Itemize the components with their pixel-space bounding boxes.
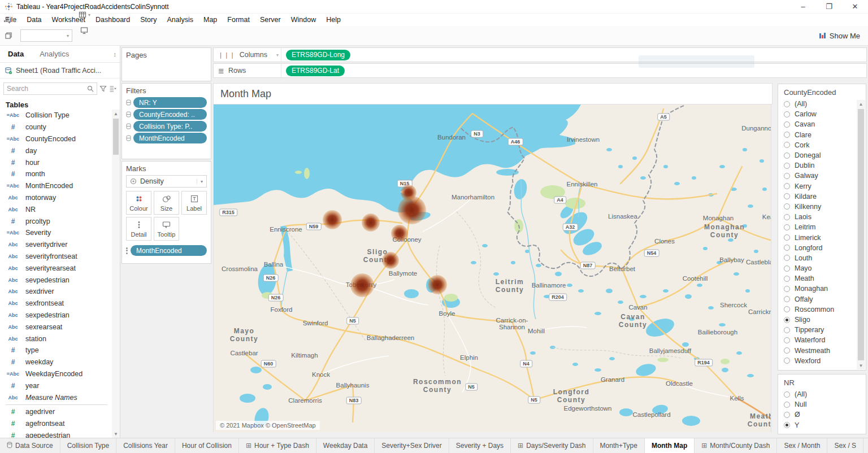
- new-worksheet-button[interactable]: ▾: [1, 12, 16, 28]
- radio-icon[interactable]: [784, 327, 790, 333]
- radio-icon[interactable]: [784, 153, 790, 159]
- minimize-button[interactable]: –: [790, 0, 816, 13]
- radio-icon[interactable]: [784, 183, 790, 189]
- menu-window[interactable]: Window: [286, 14, 321, 25]
- presentation-mode-button[interactable]: [76, 23, 92, 38]
- radio-option-kerry[interactable]: Kerry: [778, 181, 857, 191]
- radio-option-kildare[interactable]: Kildare: [778, 191, 857, 202]
- radio-option-dublin[interactable]: Dublin: [778, 160, 857, 171]
- data-source-connection[interactable]: Sheet1 (Road Traffic Acci...: [0, 63, 120, 79]
- radio-option-tipperary[interactable]: Tipperary: [778, 325, 857, 335]
- field-day[interactable]: #day: [0, 145, 112, 156]
- density-mark[interactable]: [391, 225, 408, 242]
- mark-type-dropdown[interactable]: Density ▾: [126, 175, 207, 188]
- field-sevpedestrian[interactable]: Abcsevpedestrian: [0, 274, 112, 286]
- field-countyencoded[interactable]: =AbcCountyEncoded: [0, 133, 112, 145]
- radio-icon[interactable]: [784, 255, 790, 261]
- field-severityfrontseat[interactable]: Abcseverityfrontseat: [0, 251, 112, 263]
- field-severityrearseat[interactable]: Abcseverityrearseat: [0, 262, 112, 274]
- field-month[interactable]: #month: [0, 168, 112, 180]
- filter-fields-icon[interactable]: [99, 85, 107, 92]
- sheet-tab-collision-type[interactable]: Collision Type: [60, 438, 116, 453]
- field-weekdayencoded[interactable]: =AbcWeekdayEncoded: [0, 368, 112, 380]
- radio-option-donegal[interactable]: Donegal: [778, 150, 857, 160]
- fit-dropdown[interactable]: ▾: [20, 29, 72, 42]
- marks-card[interactable]: Marks Density ▾ ColourSizeLabelDetailToo…: [121, 161, 211, 264]
- radio-option-sligo[interactable]: Sligo: [778, 315, 857, 325]
- radio-icon[interactable]: [784, 101, 790, 107]
- radio-option-meath[interactable]: Meath: [778, 273, 857, 284]
- radio-option-monaghan[interactable]: Monaghan: [778, 284, 857, 294]
- columns-shelf[interactable]: ❘❘❘ Columns ▾ ETRS89GD-Long: [213, 47, 867, 62]
- marks-pill-monthencoded[interactable]: MonthEncoded: [131, 245, 207, 256]
- scroll-down-icon[interactable]: ▼: [112, 430, 120, 438]
- map-view[interactable]: BundoranDungannonIrvinestownEnniskillenM…: [213, 104, 771, 432]
- density-mark[interactable]: [350, 273, 374, 297]
- radio-icon[interactable]: [784, 286, 790, 292]
- radio-option--[interactable]: Ø: [778, 410, 866, 420]
- search-input[interactable]: Search: [3, 82, 97, 95]
- sheet-tab-hour-of-collision[interactable]: Hour of Collision: [175, 438, 239, 453]
- tab-data[interactable]: Data: [0, 46, 32, 62]
- radio-icon[interactable]: [784, 402, 790, 408]
- density-mark[interactable]: [323, 210, 342, 229]
- radio-icon[interactable]: [784, 224, 790, 230]
- menu-help[interactable]: Help: [321, 14, 346, 25]
- pane-collapse-icon[interactable]: ↕: [114, 51, 117, 58]
- radio-option-null[interactable]: Null: [778, 399, 866, 410]
- duplicate-sheet-button[interactable]: [1, 28, 16, 43]
- filter-pill-countyencoded[interactable]: CountyEncoded: ..: [133, 109, 207, 120]
- tab-analytics[interactable]: Analytics: [32, 46, 77, 62]
- scroll-down-icon[interactable]: ▼: [857, 361, 865, 369]
- field-year[interactable]: #year: [0, 380, 112, 391]
- radio-icon[interactable]: [784, 306, 790, 312]
- radio-option-y[interactable]: Y: [778, 420, 866, 430]
- field-agepedestrian[interactable]: #agepedestrian: [0, 430, 112, 438]
- density-mark[interactable]: [362, 214, 380, 232]
- radio-icon[interactable]: [784, 163, 790, 169]
- density-mark[interactable]: [382, 252, 399, 269]
- rows-pill-lat[interactable]: ETRS89GD-Lat: [286, 66, 345, 76]
- menu-analysis[interactable]: Analysis: [162, 14, 198, 25]
- radio-option-wexford[interactable]: Wexford: [778, 356, 857, 364]
- field-collision-type[interactable]: =AbcCollision Type: [0, 110, 112, 121]
- filters-shelf[interactable]: Filters NR: YCountyEncoded: ..Collision …: [121, 83, 211, 159]
- radio-icon[interactable]: [784, 203, 790, 210]
- restore-button[interactable]: ❐: [816, 0, 842, 13]
- field-prcoltyp[interactable]: #prcoltyp: [0, 215, 112, 227]
- radio-option--all-[interactable]: (All): [778, 99, 857, 109]
- field-station[interactable]: Abcstation: [0, 333, 112, 345]
- show-mark-labels-button[interactable]: ▾: [76, 7, 92, 23]
- radio-icon[interactable]: [784, 412, 790, 418]
- sheet-tab-severity-sex-driver[interactable]: Severity+Sex Driver: [375, 438, 449, 453]
- radio-option-roscommon[interactable]: Roscommon: [778, 304, 857, 315]
- field-weekday[interactable]: #weekday: [0, 356, 112, 368]
- radio-icon[interactable]: [784, 347, 790, 354]
- columns-pill-long[interactable]: ETRS89GD-Long: [286, 50, 350, 60]
- field-severity[interactable]: =AbcSeverity: [0, 227, 112, 239]
- radio-option-waterford[interactable]: Waterford: [778, 335, 857, 345]
- menu-story[interactable]: Story: [135, 14, 162, 25]
- radio-icon[interactable]: [784, 422, 790, 428]
- field-motorway[interactable]: Abcmotorway: [0, 192, 112, 204]
- sheet-tab-data-source[interactable]: Data Source: [0, 438, 60, 453]
- view-options-icon[interactable]: [109, 85, 116, 92]
- marks-tooltip-button[interactable]: Tooltip: [154, 217, 179, 241]
- radio-option-mayo[interactable]: Mayo: [778, 263, 857, 273]
- field-county[interactable]: #county: [0, 121, 112, 133]
- radio-option-limerick[interactable]: Limerick: [778, 232, 857, 242]
- radio-option-cork[interactable]: Cork: [778, 140, 857, 150]
- sheet-tab-weekday-data[interactable]: Weekday Data: [316, 438, 375, 453]
- radio-option-kilkenny[interactable]: Kilkenny: [778, 202, 857, 212]
- radio-icon[interactable]: [784, 358, 790, 364]
- radio-option-leitrim[interactable]: Leitrim: [778, 222, 857, 232]
- sheet-tab-sex-s[interactable]: Sex / S: [827, 438, 863, 453]
- radio-option-longford[interactable]: Longford: [778, 243, 857, 253]
- radio-icon[interactable]: [784, 111, 790, 117]
- radio-option-offaly[interactable]: Offaly: [778, 294, 857, 304]
- menu-server[interactable]: Server: [255, 14, 286, 25]
- radio-icon[interactable]: [784, 193, 790, 199]
- marks-label-button[interactable]: Label: [181, 191, 207, 215]
- rows-shelf[interactable]: ≣ Rows ETRS89GD-Lat: [213, 63, 867, 78]
- scroll-up-icon[interactable]: ▲: [112, 110, 120, 117]
